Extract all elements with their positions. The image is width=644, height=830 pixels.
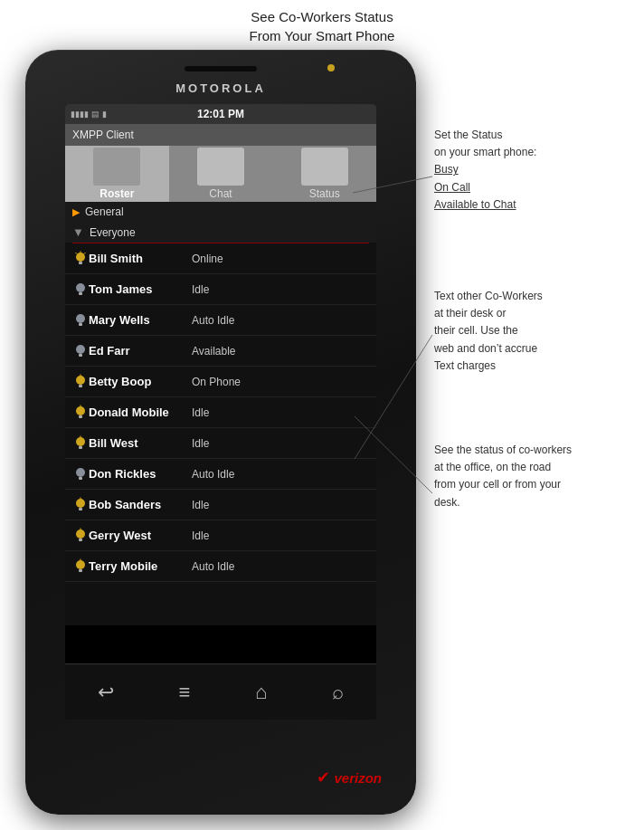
status-bar-left: ▮▮▮▮ ▤ ▮ xyxy=(71,110,107,119)
contact-row[interactable]: Ed Farr Available xyxy=(65,336,376,367)
general-arrow: ▶ xyxy=(72,206,80,218)
contact-row[interactable]: Terry Mobile Auto Idle xyxy=(65,551,376,582)
bulb-icon xyxy=(72,374,89,390)
contact-row[interactable]: Bill West Idle xyxy=(65,428,376,459)
bulb-icon xyxy=(72,558,89,575)
contact-name: Donald Mobile xyxy=(89,405,188,419)
bulb-icon xyxy=(72,405,89,421)
verizon-logo: verizon xyxy=(334,770,382,786)
tab-roster[interactable]: Roster xyxy=(65,146,169,202)
verizon-branding: ✔ verizon xyxy=(317,768,382,787)
contact-row[interactable]: Mary Wells Auto Idle xyxy=(65,305,376,336)
svg-point-11 xyxy=(76,376,85,385)
bulb-icon xyxy=(72,251,89,267)
svg-rect-6 xyxy=(79,292,82,295)
annotation-bot-right: See the status of co-workers at the offi… xyxy=(434,442,572,511)
contact-row[interactable]: Betty Boop On Phone xyxy=(65,367,376,397)
contact-status: Auto Idle xyxy=(192,314,234,327)
contact-name: Mary Wells xyxy=(89,313,188,327)
svg-rect-8 xyxy=(79,323,82,326)
general-label: General xyxy=(85,205,124,218)
contact-status: Available xyxy=(192,345,235,358)
contact-name: Terry Mobile xyxy=(89,559,188,573)
wifi-icon: ▤ xyxy=(91,110,99,119)
everyone-label: Everyone xyxy=(90,226,136,239)
contact-name: Bob Sanders xyxy=(89,498,188,511)
contact-row[interactable]: Gerry West Idle xyxy=(65,520,376,551)
contact-name: Bill West xyxy=(89,436,188,450)
svg-point-5 xyxy=(76,283,85,292)
contact-row[interactable]: Don Rickles Auto Idle xyxy=(65,459,376,490)
svg-point-17 xyxy=(76,437,85,446)
phone-screen: ▮▮▮▮ ▤ ▮ 12:01 PM XMPP Client Roster xyxy=(65,104,376,720)
chat-icon xyxy=(197,148,244,186)
bulb-icon xyxy=(72,528,89,544)
bulb-icon xyxy=(72,466,89,482)
annotation-top-right: Set the Status on your smart phone: Busy… xyxy=(434,127,536,214)
contact-status: On Phone xyxy=(192,376,241,388)
contact-row[interactable]: Bob Sanders Idle xyxy=(65,490,376,520)
bulb-icon xyxy=(72,497,89,513)
signal-icon: ▮▮▮▮ xyxy=(71,110,89,119)
svg-line-3 xyxy=(84,253,86,254)
annotation-mid-right: Text other Co-Workers at their desk or t… xyxy=(434,288,543,375)
tab-status-label: Status xyxy=(309,187,340,200)
contact-row[interactable]: Donald Mobile Idle xyxy=(65,397,376,428)
contact-name: Betty Boop xyxy=(89,375,188,388)
svg-rect-15 xyxy=(79,415,82,418)
contact-name: Don Rickles xyxy=(89,467,188,481)
verizon-check-icon: ✔ xyxy=(317,768,330,787)
contact-status: Idle xyxy=(192,499,209,511)
bulb-icon xyxy=(72,343,89,359)
home-button[interactable]: ⌂ xyxy=(255,681,267,704)
contact-name: Bill Smith xyxy=(89,252,188,265)
svg-line-4 xyxy=(76,253,78,254)
menu-button[interactable]: ≡ xyxy=(179,681,191,704)
contact-name: Gerry West xyxy=(89,529,188,542)
svg-rect-21 xyxy=(79,477,82,480)
contact-status: Online xyxy=(192,253,223,265)
phone-device: MOTOROLA ▮▮▮▮ ▤ ▮ 12:01 PM XMPP Client R… xyxy=(25,50,416,815)
svg-rect-10 xyxy=(79,354,82,357)
svg-point-20 xyxy=(76,468,85,477)
tab-chat-label: Chat xyxy=(209,187,232,200)
group-everyone[interactable]: ▼ Everyone xyxy=(65,222,376,243)
svg-point-14 xyxy=(76,406,85,415)
tab-status[interactable]: Status xyxy=(272,146,376,202)
svg-rect-29 xyxy=(79,569,82,572)
contact-status: Idle xyxy=(192,283,209,296)
search-button[interactable]: ⌕ xyxy=(332,681,344,704)
tab-roster-label: Roster xyxy=(99,187,134,200)
status-icon xyxy=(301,148,348,186)
contact-name: Ed Farr xyxy=(89,344,188,358)
camera-icon xyxy=(327,64,335,72)
contact-row[interactable]: Bill Smith Online xyxy=(65,243,376,274)
svg-rect-1 xyxy=(79,262,82,264)
svg-rect-26 xyxy=(79,539,82,541)
app-header: XMPP Client xyxy=(65,124,376,146)
contact-status: Idle xyxy=(192,437,209,450)
bulb-icon xyxy=(72,312,89,329)
app-title: XMPP Client xyxy=(72,129,134,141)
svg-rect-23 xyxy=(79,508,82,510)
contact-status: Auto Idle xyxy=(192,468,234,481)
contact-status: Idle xyxy=(192,406,209,419)
contact-name: Tom James xyxy=(89,282,188,296)
svg-rect-12 xyxy=(79,385,82,387)
tab-bar: Roster Chat Status xyxy=(65,146,376,202)
svg-point-7 xyxy=(76,314,85,323)
svg-point-22 xyxy=(76,499,85,508)
group-general[interactable]: ▶ General xyxy=(65,202,376,222)
roster-icon xyxy=(93,148,140,186)
back-button[interactable]: ↩ xyxy=(98,681,114,704)
svg-point-9 xyxy=(76,345,85,354)
svg-point-0 xyxy=(76,253,85,262)
tab-chat[interactable]: Chat xyxy=(169,146,273,202)
contact-status: Auto Idle xyxy=(192,560,234,573)
contact-row[interactable]: Tom James Idle xyxy=(65,274,376,305)
svg-rect-18 xyxy=(79,446,82,449)
battery-icon: ▮ xyxy=(102,110,107,119)
everyone-arrow: ▼ xyxy=(72,225,84,239)
phone-speaker xyxy=(185,66,257,72)
roster-list: ▶ General ▼ Everyone Bill Smith Onlin xyxy=(65,202,376,625)
